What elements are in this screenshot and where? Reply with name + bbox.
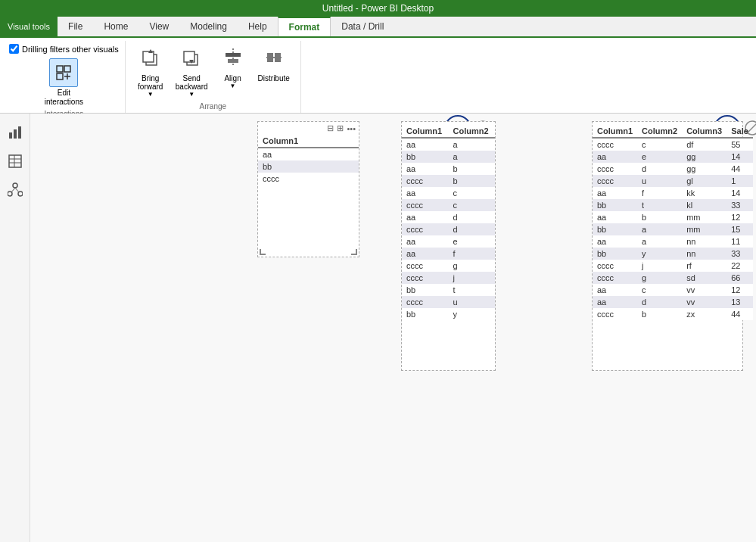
table-row: aabmm12 [593,211,753,223]
table-row: bbamm15 [593,223,753,235]
more-options-icon[interactable]: ••• [347,124,356,133]
align-button[interactable]: Align ▼ [214,44,252,101]
table3-col3-header: Column3 [682,125,726,138]
table-row[interactable]: aa [258,148,359,160]
drilling-checkbox-row[interactable]: Drilling filters other visuals [9,44,119,54]
table-row[interactable]: cccc [258,173,359,185]
svg-line-27 [11,188,15,192]
edit-interactions-label: Editinteractions [45,89,83,107]
table-row: aab [402,163,495,175]
table-row: aaa [402,138,495,151]
slicer-table: Column1 aabbcccc [258,135,359,185]
tab-help[interactable]: Help [238,17,278,36]
svg-rect-6 [143,51,154,62]
table-row: cccccdf55 [593,138,753,151]
edit-interactions-icon [49,58,78,87]
sidebar-model-icon[interactable] [4,179,26,201]
svg-rect-20 [9,155,21,167]
interactions-group: Drilling filters other visuals Editinter… [3,41,126,113]
svg-rect-15 [267,53,273,62]
tab-file[interactable]: File [58,17,93,36]
table-row: ccccdgg44 [593,163,753,175]
table-row: ccccbzx44 [593,308,753,320]
align-icon [222,47,244,73]
tab-visual-tools[interactable]: Visual tools [0,17,58,36]
send-backward-button[interactable]: Sendbackward ▼ [171,44,213,101]
table-row: bbtkl33 [593,199,753,211]
svg-rect-16 [275,53,281,62]
table-row: aafkk14 [593,187,753,199]
table3-col1-header: Column1 [593,125,637,138]
svg-rect-0 [57,66,63,72]
drilling-label: Drilling filters other visuals [22,45,119,54]
arrange-buttons-row: Bringforward ▼ Sendbackward ▼ [132,44,294,101]
svg-rect-18 [14,129,17,139]
table-row: aad [402,211,495,223]
tab-view[interactable]: View [138,17,179,36]
filter-icon[interactable]: ⊟ [327,123,334,133]
table2-col2-header: Column2 [449,125,496,138]
sidebar [0,114,30,542]
resize-bl[interactable] [260,249,266,255]
visual-table3[interactable]: Column1 Column2 Column3 Sale cccccdf55aa… [592,121,743,371]
svg-rect-1 [64,66,70,72]
table-row[interactable]: bb [258,160,359,173]
sidebar-table-icon[interactable] [4,150,26,173]
table-row: aacvv12 [593,284,753,296]
bring-forward-icon [140,47,161,73]
svg-rect-17 [9,132,12,139]
visual-slicer[interactable]: ⊟ ⊞ ••• Column1 aabbcccc [257,121,359,257]
tab-data-drill[interactable]: Data / Drill [331,17,394,36]
table-row: aae [402,235,495,248]
bring-forward-dropdown[interactable]: ▼ [148,91,154,98]
ribbon: Drilling filters other visuals Editinter… [0,38,756,114]
align-label: Align [224,74,241,83]
focus-icon[interactable]: ⊞ [337,123,344,133]
table2-col1-header: Column1 [402,125,449,138]
svg-point-24 [13,183,17,188]
resize-br[interactable] [351,249,357,255]
table-row: ccccu [402,296,495,308]
main-layout: ⊟ ⊞ ••• Column1 aabbcccc [0,114,756,542]
table-row: aaann11 [593,235,753,248]
distribute-button[interactable]: Distribute [254,44,294,101]
align-dropdown[interactable]: ▼ [230,83,236,89]
table3-col2-header: Column2 [637,125,682,138]
arrange-group-label: Arrange [132,101,294,114]
edit-interactions-button[interactable]: Editinteractions [9,57,119,108]
tab-format[interactable]: Format [278,17,331,36]
table-row: bba [402,151,495,163]
title-bar: Untitled - Power BI Desktop [0,0,756,17]
ribbon-tabs: Visual tools File Home View Modeling Hel… [0,17,756,38]
drilling-checkbox[interactable] [9,44,19,54]
slicer-header: ⊟ ⊞ ••• [258,122,359,135]
send-backward-dropdown[interactable]: ▼ [188,91,194,98]
table-row: aaegg14 [593,151,753,163]
slicer-col-header: Column1 [258,135,359,148]
table-row: bbynn33 [593,248,753,260]
arrange-group: Bringforward ▼ Sendbackward ▼ [126,41,301,113]
sidebar-chart-icon[interactable] [4,121,26,144]
table-row: aac [402,187,495,199]
send-backward-icon [181,47,202,73]
table3-sale-header: Sale [726,125,753,138]
svg-rect-12 [226,53,241,57]
tab-home[interactable]: Home [93,17,138,36]
title-text: Untitled - Power BI Desktop [322,3,434,14]
table-row: aaf [402,248,495,260]
table-row: ccccugl1 [593,175,753,187]
table-row: aadvv13 [593,296,753,308]
svg-rect-13 [228,59,238,63]
bring-forward-button[interactable]: Bringforward ▼ [132,44,170,101]
tab-modeling[interactable]: Modeling [179,17,238,36]
edit-icon-svg [54,64,73,82]
table-row: ccccj [402,272,495,284]
table-row: ccccb [402,175,495,187]
distribute-icon [263,47,285,73]
canvas: ⊟ ⊞ ••• Column1 aabbcccc [30,114,756,542]
table2-content: Column1 Column2 aaabbaaabccccbaaccccccaa… [402,125,495,320]
table-row: ccccg [402,260,495,272]
table-row: bby [402,308,495,320]
table3-content: Column1 Column2 Column3 Sale cccccdf55aa… [593,125,742,320]
visual-table2[interactable]: Column1 Column2 aaabbaaabccccbaaccccccaa… [401,121,496,371]
